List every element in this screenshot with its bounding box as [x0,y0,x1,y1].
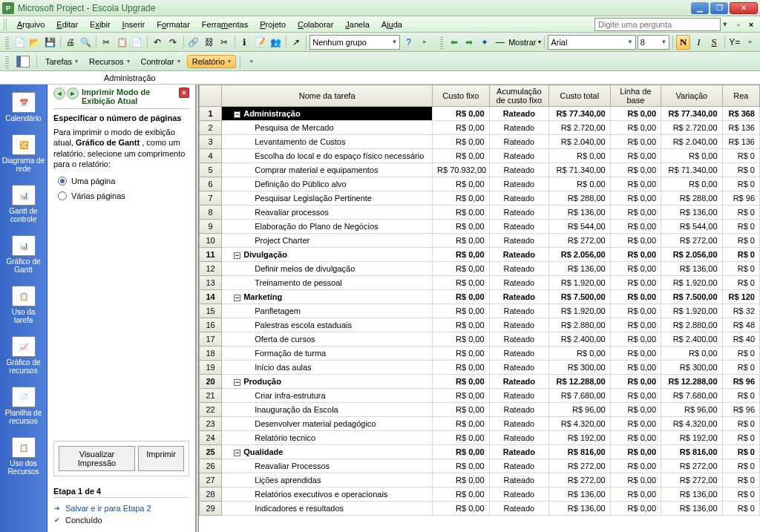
table-row[interactable]: 6Definição do Público alvoR$ 0,00Rateado… [200,177,760,191]
undo-button[interactable]: ↶ [151,35,165,50]
menu-arquivo[interactable]: Arquivo [11,18,50,31]
paste-button[interactable]: 📄 [130,35,144,50]
cell[interactable]: R$ 0 [722,234,759,248]
underline-button[interactable]: S [707,35,721,50]
row-header[interactable]: 8 [200,206,222,220]
cell[interactable]: R$ 192,00 [549,431,611,445]
row-header[interactable]: 5 [200,163,222,177]
cell[interactable]: R$ 0 [722,431,759,445]
cell[interactable]: Rateado [489,403,549,417]
cell[interactable]: R$ 816,00 [661,445,723,459]
cell[interactable]: R$ 0,00 [433,262,490,276]
table-row[interactable]: 29Indicadores e resultadosR$ 0,00Rateado… [200,502,760,516]
task-name-cell[interactable]: Inauguração da Escola [222,403,433,417]
viewbar-toggle[interactable] [13,54,33,69]
more-icon[interactable]: » [417,35,431,50]
row-header[interactable]: 25 [200,445,222,459]
help-search-input[interactable] [594,18,721,31]
open-button[interactable]: 📂 [27,35,42,50]
cell[interactable]: R$ 32 [722,304,759,318]
cell[interactable]: Rateado [489,361,549,375]
cell[interactable]: R$ 1.920,00 [661,276,723,290]
cell[interactable]: Rateado [489,107,549,121]
row-header[interactable]: 9 [200,220,222,234]
table-row[interactable]: 1−AdministraçãoR$ 0,00RateadoR$ 77.340,0… [200,107,760,121]
cell[interactable]: R$ 120 [722,290,759,304]
row-header[interactable]: 26 [200,459,222,473]
cell[interactable]: R$ 0,00 [610,191,661,206]
column-header[interactable]: Rea [722,85,759,107]
cell[interactable]: R$ 96 [722,375,759,389]
cell[interactable]: Rateado [489,234,549,248]
viewbar-item[interactable]: 📄Planilha de recursos [0,382,47,433]
cell[interactable]: Rateado [489,191,549,206]
row-header[interactable]: 29 [200,502,222,516]
column-header[interactable]: Acumulação de custo fixo [489,85,549,107]
cell[interactable]: R$ 0,00 [610,502,661,516]
info-button[interactable]: ℹ [238,35,252,50]
row-header[interactable]: 6 [200,177,222,191]
viewbar-item[interactable]: 📈Gráfico de recursos [0,332,47,382]
cell[interactable]: R$ 0,00 [433,473,490,487]
task-name-cell[interactable]: −Produção [222,375,433,389]
table-row[interactable]: 16Palestras escola estaduaisR$ 0,00Ratea… [200,318,760,332]
cell[interactable]: R$ 288,00 [549,191,611,206]
cell[interactable]: R$ 192,00 [661,431,723,445]
cell[interactable]: R$ 0,00 [433,149,490,163]
row-header[interactable]: 19 [200,361,222,375]
table-row[interactable]: 7Pesquisar Legislação PertinenteR$ 0,00R… [200,191,760,206]
cell[interactable]: R$ 0,00 [433,318,490,332]
column-header[interactable]: Custo fixo [433,85,490,107]
cell[interactable]: R$ 0 [722,177,759,191]
cell[interactable]: Rateado [489,262,549,276]
cell[interactable]: Rateado [489,417,549,431]
cell[interactable]: R$ 0 [722,276,759,290]
cell[interactable]: R$ 0,00 [433,206,490,220]
entry-bar[interactable]: Administração [0,71,760,85]
grip-icon[interactable] [5,55,9,68]
menu-colaborar[interactable]: Colaborar [292,18,339,31]
cell[interactable]: R$ 0,00 [610,417,661,431]
print-button[interactable]: 🖨 [64,35,78,50]
viewbar-item[interactable]: 📋Uso dos Recursos [0,433,47,483]
outdent-button[interactable]: ✦ [478,35,492,50]
row-header[interactable]: 17 [200,332,222,347]
row-header[interactable]: 28 [200,487,222,502]
viewbar-item[interactable]: 📊Gráfico de Gantt [0,231,47,281]
cell[interactable]: R$ 0,00 [433,304,490,318]
cell[interactable]: R$ 0 [722,473,759,487]
cell[interactable]: R$ 0 [722,445,759,459]
cell[interactable]: R$ 12.288,00 [661,375,723,389]
cell[interactable]: Rateado [489,149,549,163]
cell[interactable]: Rateado [489,502,549,516]
table-row[interactable]: 3Levantamento de CustosR$ 0,00RateadoR$ … [200,135,760,149]
task-name-cell[interactable]: Formação de turma [222,347,433,361]
cell[interactable]: R$ 48 [722,318,759,332]
cell[interactable]: R$ 0,00 [610,107,661,121]
maximize-button[interactable]: ❐ [710,2,728,14]
menu-editar[interactable]: Editar [50,18,84,31]
cell[interactable]: R$ 272,00 [549,459,611,473]
more-icon[interactable]: » [244,54,259,69]
cell[interactable]: R$ 0,00 [610,163,661,177]
unlink-button[interactable]: ⛓ [202,35,216,50]
collapse-icon[interactable]: − [234,379,240,386]
cell[interactable]: R$ 0,00 [433,248,490,262]
cell[interactable]: Rateado [489,163,549,177]
cell[interactable]: Rateado [489,206,549,220]
cell[interactable]: R$ 71.340,00 [661,163,723,177]
row-header[interactable]: 14 [200,290,222,304]
table-row[interactable]: 13Treinamento de pessoalR$ 0,00RateadoR$… [200,276,760,290]
cell[interactable]: R$ 0,00 [610,234,661,248]
cell[interactable]: R$ 368 [722,107,759,121]
group-combo[interactable]: Nenhum grupo▼ [309,35,400,50]
arrow-left-icon[interactable]: ⬅ [447,35,461,50]
show-button[interactable]: Mostrar▾ [508,38,541,47]
cell[interactable]: R$ 0 [722,220,759,234]
cell[interactable]: R$ 12.288,00 [549,375,611,389]
font-combo[interactable]: Arial▼ [548,35,635,50]
task-name-cell[interactable]: Indicadores e resultados [222,502,433,516]
cell[interactable]: R$ 0,00 [610,375,661,389]
cell[interactable]: Rateado [489,473,549,487]
cell[interactable]: R$ 136 [722,121,759,135]
